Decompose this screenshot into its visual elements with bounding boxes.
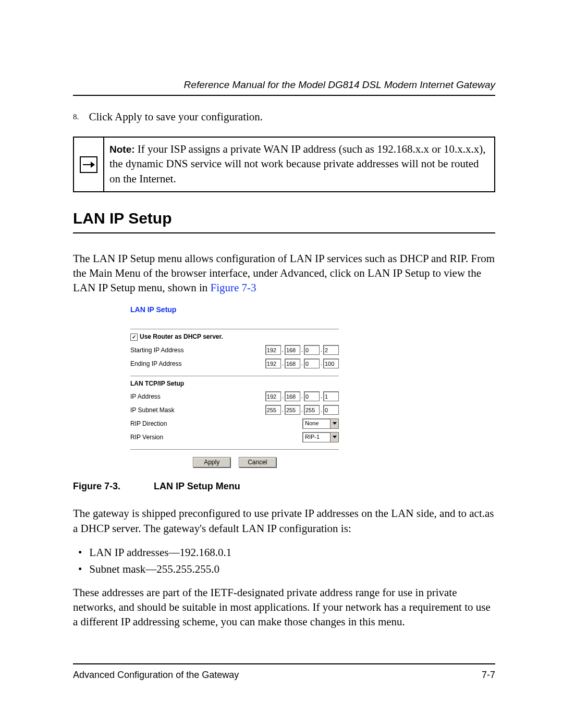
rip-version-row: RIP Version RIP-1 [130,430,339,444]
figure-link[interactable]: Figure 7-3 [210,281,256,294]
lan-ip-setup-screenshot: LAN IP Setup ✓ Use Router as DHCP server… [130,305,339,467]
note-icon-cell [74,138,104,191]
arrow-right-icon [80,156,97,173]
starting-ip-label: Starting IP Address [130,346,184,354]
mask-oct3[interactable] [304,405,320,415]
ending-ip-oct2[interactable] [285,359,300,368]
ending-ip-oct1[interactable] [265,359,281,368]
figure-caption: Figure 7-3. LAN IP Setup Menu [73,480,495,492]
chevron-down-icon [330,419,338,428]
section-heading: LAN IP Setup [73,208,495,233]
ending-ip-row: Ending IP Address . . . [130,357,339,371]
rip-direction-label: RIP Direction [130,419,167,428]
ending-ip-oct4[interactable] [323,359,339,368]
subnet-label: IP Subnet Mask [130,406,175,414]
paragraph-notes: These addresses are part of the IETF-des… [73,585,495,630]
note-body: Note: If your ISP assigns a private WAN … [104,138,494,191]
panel-separator [130,329,339,329]
mask-oct2[interactable] [285,405,300,415]
rip-version-value: RIP-1 [305,433,320,441]
running-header: Reference Manual for the Model DG814 DSL… [73,78,495,92]
starting-ip-oct3[interactable] [304,345,320,355]
mask-oct1[interactable] [265,405,281,415]
caption-text: LAN IP Setup Menu [154,481,240,491]
starting-ip-oct4[interactable] [323,345,339,355]
starting-ip-group: . . . [265,345,339,355]
ip-address-row: IP Address . . . [130,390,339,403]
ip-address-group: . . . [265,391,339,401]
dhcp-checkbox[interactable]: ✓ [130,334,138,341]
ip-oct4[interactable] [323,391,339,401]
ending-ip-oct3[interactable] [304,359,320,368]
list-item: Subnet mask—255.255.255.0 [76,562,495,576]
tcpip-heading: LAN TCP/IP Setup [130,379,339,388]
ip-oct3[interactable] [304,391,320,401]
starting-ip-oct2[interactable] [285,345,300,355]
page: Reference Manual for the Model DG814 DSL… [0,0,563,728]
apply-button[interactable]: Apply [193,457,230,467]
header-rule [73,95,495,96]
rip-direction-value: None [305,419,319,427]
ip-address-label: IP Address [130,392,161,401]
ending-ip-group: . . . [265,359,339,368]
step-8: 8. Click Apply to save your configuratio… [73,109,495,124]
step-number: 8. [73,113,79,121]
rip-version-label: RIP Version [130,433,163,441]
subnet-group: . . . [265,405,339,415]
button-row: Apply Cancel [130,457,339,467]
step-text: Click Apply to save your configuration. [89,110,263,123]
dhcp-checkbox-row: ✓ Use Router as DHCP server. [130,332,339,341]
caption-label: Figure 7-3. [73,480,151,492]
chevron-down-icon [330,433,338,442]
ip-oct1[interactable] [265,391,281,401]
rip-direction-row: RIP Direction None [130,417,339,430]
subnet-row: IP Subnet Mask . . . [130,403,339,417]
ending-ip-label: Ending IP Address [130,360,182,368]
ip-oct2[interactable] [285,391,300,401]
starting-ip-oct1[interactable] [265,345,281,355]
intro-paragraph: The LAN IP Setup menu allows configurati… [73,251,495,295]
footer-rule [73,663,495,664]
page-footer: Advanced Configuration of the Gateway 7-… [73,663,495,681]
panel-separator-3 [130,449,339,450]
footer-right: 7-7 [482,669,495,681]
rip-direction-select[interactable]: None [302,418,339,429]
note-box: Note: If your ISP assigns a private WAN … [73,137,495,192]
paragraph-defaults: The gateway is shipped preconfigured to … [73,506,495,536]
list-item: LAN IP addresses—192.168.0.1 [76,545,495,560]
panel-separator-2 [130,376,339,376]
panel-title: LAN IP Setup [130,305,339,315]
rip-version-select[interactable]: RIP-1 [302,432,339,442]
note-label: Note: [109,144,135,155]
footer-left: Advanced Configuration of the Gateway [73,669,239,681]
starting-ip-row: Starting IP Address . . . [130,343,339,357]
dhcp-checkbox-label: Use Router as DHCP server. [140,332,223,341]
note-text: If your ISP assigns a private WAN IP add… [109,143,485,185]
cancel-button[interactable]: Cancel [239,457,276,467]
defaults-list: LAN IP addresses—192.168.0.1 Subnet mask… [76,545,495,577]
mask-oct4[interactable] [323,405,339,415]
intro-text: The LAN IP Setup menu allows configurati… [73,252,495,294]
